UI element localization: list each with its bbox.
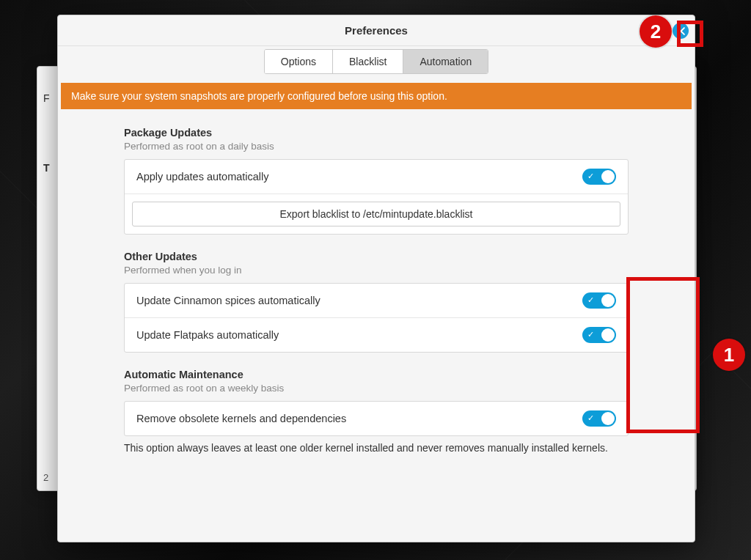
apply-updates-row: Apply updates automatically ✓: [125, 160, 628, 194]
tab-group: Options Blacklist Automation: [264, 49, 488, 74]
annotation-badge-2: 2: [640, 15, 672, 48]
close-icon: [677, 27, 685, 35]
check-icon: ✓: [587, 172, 594, 180]
package-updates-subtitle: Performed as root on a daily basis: [124, 141, 629, 152]
cinnamon-row: Update Cinnamon spices automatically ✓: [125, 284, 628, 318]
other-updates-title: Other Updates: [124, 251, 629, 262]
other-updates-subtitle: Performed when you log in: [124, 265, 629, 276]
warning-banner: Make sure your system snapshots are prop…: [61, 83, 692, 109]
cinnamon-toggle[interactable]: ✓: [582, 292, 616, 309]
flatpak-label: Update Flatpaks automatically: [136, 329, 279, 341]
annotation-badge-1: 1: [713, 339, 745, 371]
tab-blacklist[interactable]: Blacklist: [333, 50, 403, 73]
apply-updates-toggle[interactable]: ✓: [582, 169, 616, 185]
close-button[interactable]: [673, 23, 689, 39]
preferences-window: Preferences Options Blacklist Automation…: [57, 15, 695, 542]
behind-stub-bottom: 2: [43, 472, 48, 483]
export-blacklist-button[interactable]: Export blacklist to /etc/mintupdate.blac…: [132, 202, 620, 226]
remove-kernels-toggle[interactable]: ✓: [582, 410, 616, 427]
check-icon: ✓: [587, 296, 594, 304]
remove-kernels-label: Remove obsolete kernels and dependencies: [136, 413, 346, 424]
behind-stub-left: F: [43, 92, 50, 104]
tab-automation[interactable]: Automation: [403, 50, 488, 73]
export-row: Export blacklist to /etc/mintupdate.blac…: [125, 194, 628, 234]
tab-bar: Options Blacklist Automation: [58, 46, 695, 83]
maintenance-title: Automatic Maintenance: [124, 369, 629, 380]
check-icon: ✓: [587, 331, 594, 339]
tab-options[interactable]: Options: [265, 50, 333, 73]
remove-kernels-row: Remove obsolete kernels and dependencies…: [125, 402, 628, 435]
flatpak-row: Update Flatpaks automatically ✓: [125, 318, 628, 352]
titlebar: Preferences: [58, 15, 695, 46]
maintenance-subtitle: Performed as root on a weekly basis: [124, 383, 629, 394]
package-updates-title: Package Updates: [124, 127, 629, 139]
cinnamon-label: Update Cinnamon spices automatically: [136, 295, 320, 306]
maintenance-note: This option always leaves at least one o…: [124, 442, 629, 454]
flatpak-toggle[interactable]: ✓: [582, 327, 616, 343]
other-updates-panel: Update Cinnamon spices automatically ✓ U…: [124, 283, 629, 353]
content-area: Package Updates Performed as root on a d…: [58, 122, 695, 468]
check-icon: ✓: [587, 414, 594, 422]
window-title: Preferences: [345, 24, 408, 37]
behind-stub-t: T: [43, 162, 50, 174]
apply-updates-label: Apply updates automatically: [136, 171, 269, 183]
package-updates-panel: Apply updates automatically ✓ Export bla…: [124, 159, 629, 235]
maintenance-panel: Remove obsolete kernels and dependencies…: [124, 401, 629, 436]
